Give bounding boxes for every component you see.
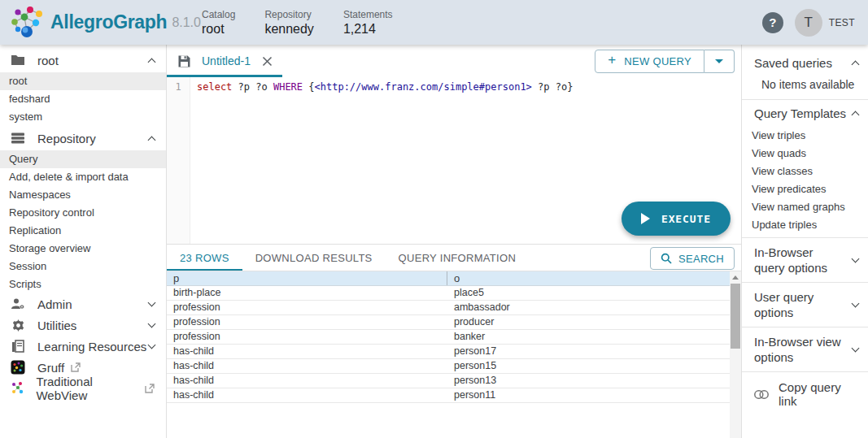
template-view-predicates[interactable]: View predicates [742,180,868,198]
save-icon[interactable] [177,54,191,68]
sidebar-item-system[interactable]: system [0,108,166,126]
sidebar-item-scripts[interactable]: Scripts [0,275,166,293]
template-view-named-graphs[interactable]: View named graphs [742,198,868,216]
repository-label: Repository [264,9,314,20]
query-panel: Untitled-1 + NEW QUERY [167,45,741,438]
table-row[interactable]: profession ambassador [167,301,730,315]
sidebar-item-query[interactable]: Query [0,150,166,168]
gruff-label: Gruff [37,361,64,375]
table-row[interactable]: birth-place place5 [167,286,730,301]
chevron-up-icon [852,61,860,69]
caret-down-icon [715,59,723,63]
repository-stat: Repository kennedy [264,9,314,37]
repository-section-label: Repository [37,132,96,145]
catalog-stat: Catalog root [202,9,235,37]
gear-icon [10,317,26,333]
sidebar-item-repository-control[interactable]: Repository control [0,204,166,222]
cell-o: place5 [447,286,730,300]
traditional-webview-label: Traditional WebView [36,375,138,402]
new-query-label: NEW QUERY [624,55,691,67]
folder-icon [10,52,26,68]
table-row[interactable]: has-child person17 [167,345,730,359]
user-query-options-label: User query options [754,289,842,320]
sidebar-item-root[interactable]: root [0,72,166,90]
new-query-dropdown-button[interactable] [704,50,735,73]
play-icon [641,213,650,224]
sidebar-section-learning-resources[interactable]: Learning Resources [0,336,166,357]
sidebar-item-namespaces[interactable]: Namespaces [0,186,166,204]
table-row[interactable]: has-child person15 [167,359,730,374]
template-view-quads[interactable]: View quads [742,145,868,163]
new-query-button[interactable]: + NEW QUERY [595,50,704,73]
template-view-classes[interactable]: View classes [742,163,868,180]
external-link-icon [71,362,81,372]
sidebar-item-fedshard[interactable]: fedshard [0,90,166,108]
in-browser-query-options[interactable]: In-Browser query options [742,238,868,282]
scrollbar-thumb[interactable] [731,284,740,349]
table-row[interactable]: profession banker [167,330,730,345]
cell-p: profession [167,301,447,314]
sidebar-section-catalog[interactable]: root [0,48,166,72]
column-header-o[interactable]: o [447,271,730,285]
sidebar-item-replication[interactable]: Replication [0,222,166,240]
tab-query-information[interactable]: QUERY INFORMATION [386,245,530,271]
saved-queries-header[interactable]: Saved queries [742,50,868,76]
help-icon[interactable]: ? [762,12,783,33]
in-browser-view-options[interactable]: In-Browser view options [742,327,868,371]
statements-value: 1,214 [343,22,393,37]
scroll-up-arrow-icon [732,275,739,280]
tab-download-results[interactable]: DOWNLOAD RESULTS [242,245,386,271]
execute-button[interactable]: EXECUTE [622,202,731,236]
cell-p: has-child [167,374,447,388]
execute-label: EXECUTE [661,213,711,225]
results-table-area: p o birth-place place5 profession ambass… [167,271,741,438]
user-avatar[interactable]: T [795,9,822,37]
tab-untitled-1[interactable]: Untitled-1 [167,45,282,77]
template-update-triples[interactable]: Update triples [742,216,868,234]
sidebar-section-repository[interactable]: Repository [0,126,166,150]
utilities-section-label: Utilities [37,319,76,332]
cell-o: person11 [447,388,730,402]
results-tab-bar: 23 ROWS DOWNLOAD RESULTS QUERY INFORMATI… [167,244,741,271]
table-row[interactable]: has-child person11 [167,388,730,403]
sidebar-item-session[interactable]: Session [0,258,166,275]
results-table: p o birth-place place5 profession ambass… [167,271,730,438]
chevron-down-icon [148,299,156,307]
template-view-triples[interactable]: View triples [742,127,868,145]
username-label: TEST [829,17,855,28]
close-icon[interactable] [262,56,273,67]
learning-resources-section-label: Learning Resources [37,340,146,353]
gruff-icon [10,359,26,375]
query-templates-header[interactable]: Query Templates [742,100,868,127]
table-row[interactable]: profession producer [167,315,730,330]
sidebar-section-utilities[interactable]: Utilities [0,314,166,336]
table-row[interactable]: has-child person13 [167,374,730,388]
search-label: SEARCH [678,253,724,265]
statements-stat: Statements 1,214 [343,9,393,37]
chevron-down-icon [148,320,156,328]
logo[interactable]: AllegroGraph 8.1.0 [0,4,202,41]
search-icon [661,253,672,264]
table-scrollbar[interactable] [730,271,741,438]
catalog-value: root [202,22,235,37]
search-button[interactable]: SEARCH [650,247,735,270]
copy-query-link-button[interactable]: Copy query link [742,372,868,416]
allegrograph-logo-icon [8,4,46,41]
right-sidebar: Saved queries No items available Query T… [741,45,868,438]
chevron-down-icon [852,345,860,353]
query-editor[interactable]: 1 select ?p ?o WHERE {<http://www.franz.… [167,77,741,244]
sidebar-item-add-delete-import[interactable]: Add, delete & import data [0,168,166,186]
sidebar-item-traditional-webview[interactable]: Traditional WebView [0,378,166,399]
user-query-options[interactable]: User query options [742,283,868,327]
query-tab-bar: Untitled-1 + NEW QUERY [167,45,741,77]
sidebar-item-storage-overview[interactable]: Storage overview [0,240,166,258]
admin-icon [10,296,26,312]
sidebar-section-admin[interactable]: Admin [0,293,166,314]
column-header-p[interactable]: p [167,271,447,285]
tab-rows[interactable]: 23 ROWS [167,245,242,271]
code-token: { [303,81,314,93]
scrollbar-up-button[interactable] [730,271,741,284]
in-browser-view-options-label: In-Browser view options [754,334,842,365]
brand-version: 8.1.0 [172,15,201,30]
brand-name: AllegroGraph [50,11,167,33]
